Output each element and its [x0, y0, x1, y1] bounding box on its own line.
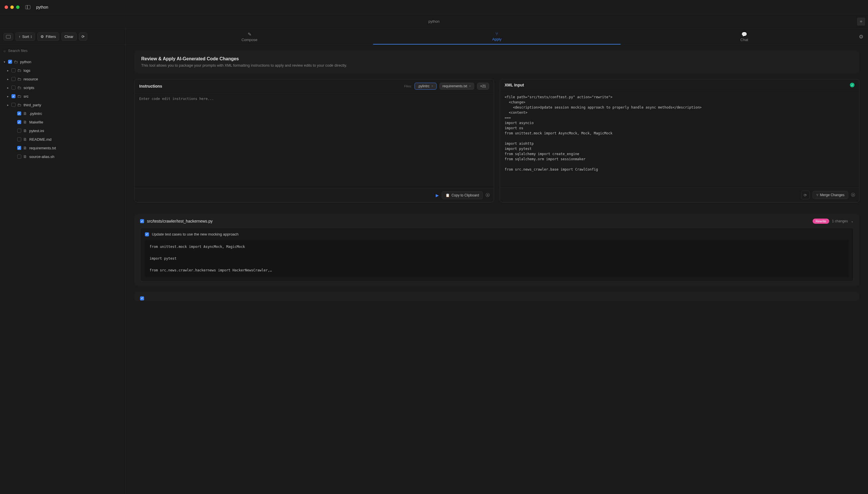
- sidebar-toggle-icon[interactable]: [25, 5, 31, 9]
- tree-item-label: requirements.txt: [29, 146, 56, 150]
- sort-label: Sort: [22, 35, 29, 39]
- sort-button[interactable]: ↑ Sort ▴▾: [16, 33, 35, 41]
- tree-item-third-party[interactable]: ▸ 🗀 third_party: [0, 100, 125, 109]
- tab-compose[interactable]: ✎ Compose: [126, 29, 373, 44]
- change-detail: Update test cases to use the new mocking…: [140, 228, 854, 282]
- change-checkbox[interactable]: [140, 297, 144, 300]
- banner: Review & Apply AI-Generated Code Changes…: [134, 51, 860, 73]
- panels-row: Instructions Files: .pylintrc × requirem…: [134, 79, 860, 203]
- checkbox[interactable]: [17, 146, 21, 150]
- tree-item-resource[interactable]: ▸ 🗀 resource: [0, 75, 125, 83]
- close-icon[interactable]: ×: [431, 84, 433, 88]
- filters-button[interactable]: ⚙ Filters: [37, 33, 59, 41]
- file-sidebar: ↑ Sort ▴▾ ⚙ Filters Clear ⟳ ⌕ ▾ 🗀: [0, 29, 126, 494]
- tree-item-logs[interactable]: ▸ 🗀 logs: [0, 66, 125, 75]
- tab-compose-label: Compose: [241, 38, 257, 42]
- chevron-right-icon[interactable]: ▸: [6, 69, 10, 72]
- subtitle-label: python: [428, 19, 439, 23]
- copy-clipboard-button[interactable]: 📋 Copy to Clipboard: [442, 191, 483, 199]
- tree-item-readme[interactable]: ▸ 🗎 README.md: [0, 135, 125, 144]
- content-area: ✎ Compose ⑂ Apply 💬 Chat ⚙ Review & Appl…: [126, 29, 868, 494]
- sort-up-icon: ↑: [19, 35, 21, 39]
- file-chip-pylintrc[interactable]: .pylintrc ×: [414, 83, 436, 90]
- xml-panel: XML Input ✓ <file path="src/tests/confte…: [500, 79, 860, 203]
- xml-header: XML Input ✓: [500, 79, 859, 91]
- checkbox[interactable]: [17, 154, 21, 158]
- tab-chat-label: Chat: [740, 38, 748, 42]
- window-title: python: [36, 5, 48, 10]
- checkbox[interactable]: [17, 129, 21, 133]
- instructions-title: Instructions: [139, 84, 162, 89]
- play-button[interactable]: ▶: [436, 193, 439, 197]
- close-icon[interactable]: ×: [469, 84, 471, 88]
- expand-button[interactable]: ⌄: [851, 219, 854, 223]
- tree-item-scripts[interactable]: ▸ 🗀 scripts: [0, 83, 125, 92]
- tree-item-label: Makefile: [29, 120, 43, 125]
- clear-label: Clear: [64, 35, 74, 39]
- clear-instructions-button[interactable]: ⓧ: [486, 193, 490, 198]
- change-checkbox[interactable]: [140, 219, 144, 223]
- sidebar-toolbar: ↑ Sort ▴▾ ⚙ Filters Clear ⟳: [0, 29, 125, 45]
- refresh-button[interactable]: ⟳: [79, 33, 87, 41]
- refresh-icon: ⟳: [804, 193, 807, 197]
- tree-item-label: README.md: [29, 137, 52, 141]
- add-tab-button[interactable]: +: [857, 18, 865, 25]
- folder-icon: 🗀: [17, 102, 22, 107]
- sort-arrows-icon: ▴▾: [31, 35, 32, 38]
- xml-title: XML Input: [505, 83, 524, 87]
- maximize-window-button[interactable]: [16, 5, 20, 9]
- tree-item-src[interactable]: ▸ 🗀 src: [0, 92, 125, 100]
- file-chip-requirements[interactable]: requirements.txt ×: [439, 83, 474, 90]
- tree-item-makefile[interactable]: ▸ 🗎 Makefile: [0, 118, 125, 126]
- file-chip-more[interactable]: +21: [477, 83, 489, 90]
- checkbox[interactable]: [12, 86, 16, 90]
- content-scroll[interactable]: Review & Apply AI-Generated Code Changes…: [126, 45, 868, 494]
- tree-root[interactable]: ▾ 🗀 python: [0, 57, 125, 66]
- filter-icon: ⚙: [40, 35, 44, 39]
- file-icon: 🗎: [23, 111, 27, 116]
- clear-button[interactable]: Clear: [61, 33, 77, 41]
- close-window-button[interactable]: [5, 5, 8, 9]
- checkbox[interactable]: [12, 77, 16, 81]
- refresh-icon: ⟳: [81, 35, 85, 39]
- tree-item-requirements[interactable]: ▸ 🗎 requirements.txt: [0, 144, 125, 152]
- minimize-window-button[interactable]: [10, 5, 14, 9]
- checkbox[interactable]: [12, 103, 16, 107]
- xml-body[interactable]: <file path="src/tests/conftest.py" actio…: [500, 91, 859, 188]
- titlebar: python: [0, 0, 868, 14]
- tree-item-pytest-ini[interactable]: ▸ 🗎 pytest.ini: [0, 126, 125, 135]
- clear-xml-button[interactable]: ⓧ: [851, 192, 855, 197]
- chevron-right-icon[interactable]: ▸: [6, 103, 10, 107]
- instructions-body[interactable]: Enter code edit instructions here...: [135, 93, 494, 188]
- file-icon: 🗎: [23, 120, 27, 125]
- merge-icon: ⑂: [816, 193, 818, 197]
- change-desc-checkbox[interactable]: [145, 232, 149, 236]
- refresh-xml-button[interactable]: ⟳: [801, 191, 810, 199]
- chevron-right-icon[interactable]: ▸: [6, 78, 10, 81]
- tree-item-pylintrc[interactable]: ▸ 🗎 .pylintrc: [0, 109, 125, 118]
- folder-icon: 🗀: [17, 77, 22, 81]
- merge-changes-button[interactable]: ⑂ Merge Changes: [813, 191, 848, 199]
- chevron-right-icon[interactable]: ▸: [6, 95, 10, 98]
- search-input[interactable]: [8, 49, 122, 53]
- tree-item-source-alias[interactable]: ▸ 🗎 source-alias.sh: [0, 152, 125, 161]
- tab-apply[interactable]: ⑂ Apply: [373, 29, 620, 44]
- chevron-down-icon[interactable]: ▾: [2, 60, 6, 63]
- change-desc-text: Update test cases to use the new mocking…: [152, 232, 238, 236]
- checkbox[interactable]: [17, 120, 21, 124]
- merge-icon: ⑂: [495, 31, 498, 37]
- open-folder-button[interactable]: [3, 33, 13, 40]
- tree-item-label: resource: [23, 77, 38, 81]
- checkbox[interactable]: [12, 68, 16, 72]
- settings-button[interactable]: ⚙: [859, 34, 863, 40]
- root-checkbox[interactable]: [8, 60, 12, 64]
- chevron-right-icon[interactable]: ▸: [6, 86, 10, 89]
- checkbox[interactable]: [12, 94, 16, 98]
- tab-chat[interactable]: 💬 Chat: [620, 29, 868, 44]
- checkbox[interactable]: [17, 111, 21, 115]
- xml-footer: ⟳ ⑂ Merge Changes ⓧ: [500, 188, 859, 202]
- filters-label: Filters: [46, 35, 56, 39]
- tree-root-label: python: [20, 60, 31, 64]
- checkbox[interactable]: [17, 137, 21, 141]
- tree-item-label: scripts: [23, 86, 35, 90]
